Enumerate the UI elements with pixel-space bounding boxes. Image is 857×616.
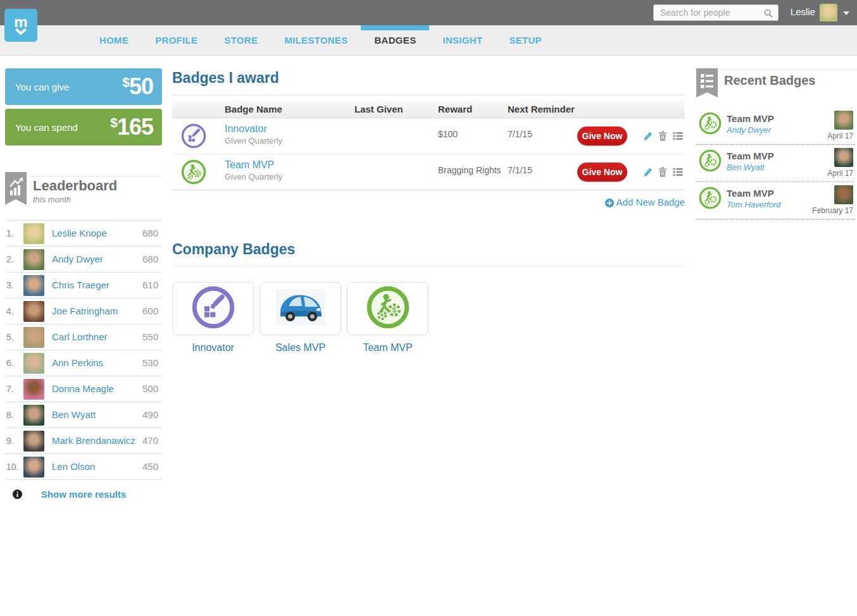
team-mvp-badge-icon: $: [366, 285, 410, 332]
badge-frequency: Given Quarterly: [225, 172, 282, 182]
sales-mvp-car-icon: [276, 289, 325, 328]
leaderboard-subtitle: this month: [33, 195, 162, 204]
tab-home[interactable]: HOME: [86, 25, 142, 55]
search-icon[interactable]: [763, 8, 773, 21]
give-balance-label: You can give: [15, 82, 69, 92]
give-now-button[interactable]: Give Now: [577, 126, 627, 145]
leaderboard-ribbon-icon: [5, 172, 27, 207]
top-bar: Leslie: [0, 0, 857, 25]
rank: 1.: [6, 228, 23, 238]
user-name[interactable]: Leslie: [791, 6, 815, 17]
search-input[interactable]: [654, 5, 778, 20]
person-link[interactable]: Andy Dwyer: [52, 254, 103, 264]
badge-card[interactable]: [260, 282, 341, 335]
avatar: [23, 301, 44, 322]
delete-trash-icon[interactable]: [658, 131, 667, 141]
tab-insight[interactable]: INSIGHT: [429, 25, 496, 55]
badge-name-link[interactable]: Innovator: [225, 123, 267, 135]
innovator-badge-icon: [191, 285, 235, 332]
person-link[interactable]: Leslie Knope: [52, 228, 107, 238]
logo-letter-m: m: [14, 16, 27, 28]
avatar: [23, 405, 44, 426]
divider: [172, 266, 685, 267]
table-row: Innovator Given Quarterly $100 7/1/15 Gi…: [172, 118, 685, 154]
recent-badges-sidebar: Recent Badges Team MVP Andy Dwyer: [696, 56, 854, 219]
rank: 9.: [6, 436, 23, 446]
info-icon[interactable]: [13, 490, 22, 502]
user-avatar[interactable]: [820, 4, 837, 22]
avatar: [23, 275, 44, 296]
company-badge-team-mvp: $ Team MVP: [347, 282, 428, 354]
row-actions: [643, 131, 683, 141]
nav-tabs: HOME PROFILE STORE MILESTONES BADGES INS…: [86, 25, 857, 55]
tab-store[interactable]: STORE: [211, 25, 271, 55]
score: 680: [142, 228, 158, 238]
tab-badges[interactable]: BADGES: [361, 25, 429, 55]
person-link[interactable]: Chris Traeger: [52, 280, 109, 290]
spend-currency: $: [110, 115, 117, 130]
score: 500: [142, 383, 158, 394]
score: 490: [142, 409, 158, 420]
chevron-down-icon[interactable]: [843, 11, 849, 15]
spend-value: 165: [117, 114, 153, 140]
table-header-row: Badge Name Last Given Reward Next Remind…: [172, 100, 685, 118]
score: 680: [142, 254, 158, 264]
person-link[interactable]: Andy Dwyer: [727, 125, 771, 135]
divider: [28, 176, 162, 176]
company-badges-title: Company Badges: [172, 208, 685, 258]
next-reminder-value: 7/1/15: [508, 129, 532, 139]
person-link[interactable]: Ann Perkins: [52, 357, 103, 368]
person-link[interactable]: Ben Wyatt: [52, 409, 96, 420]
badge-frequency: Given Quarterly: [225, 136, 282, 145]
badge-label-link[interactable]: Innovator: [192, 342, 234, 354]
add-new-badge: Add New Badge: [172, 197, 685, 208]
avatar: [23, 379, 44, 400]
team-mvp-badge-icon: $: [181, 159, 206, 187]
give-now-button[interactable]: Give Now: [577, 163, 627, 182]
edit-pencil-icon[interactable]: [643, 168, 653, 177]
score: 600: [142, 305, 158, 316]
score: 450: [142, 461, 158, 472]
person-link[interactable]: Mark Brendanawicz: [52, 435, 135, 446]
score: 530: [142, 357, 158, 368]
person-link[interactable]: Ben Wyatt: [727, 163, 765, 172]
person-link[interactable]: Joe Fatringham: [52, 305, 118, 316]
tab-profile[interactable]: PROFILE: [142, 25, 211, 55]
badge-name: Team MVP: [727, 151, 774, 161]
person-link[interactable]: Tom Haverford: [727, 200, 781, 209]
badge-card[interactable]: [172, 282, 254, 335]
badge-label-link[interactable]: Sales MVP: [275, 342, 325, 354]
table-row: $ Team MVP Given Quarterly Bragging Righ…: [172, 154, 685, 190]
leaderboard-row: 6. Ann Perkins 530: [5, 350, 162, 376]
person-link[interactable]: Len Olson: [52, 461, 95, 472]
leaderboard-row: 9. Mark Brendanawicz 470: [5, 428, 162, 454]
next-reminder-value: 7/1/15: [508, 165, 532, 175]
list-details-icon[interactable]: [673, 168, 683, 176]
leaderboard-row: 4. Joe Fatringham 600: [5, 299, 162, 324]
show-more-results-link[interactable]: Show more results: [5, 489, 162, 500]
person-link[interactable]: Donna Meagle: [52, 383, 114, 394]
badge-card[interactable]: $: [347, 282, 428, 335]
plus-circle-icon[interactable]: [605, 199, 614, 207]
company-badge-sales-mvp: Sales MVP: [260, 282, 341, 354]
avatar: [834, 111, 853, 130]
badge-label-link[interactable]: Team MVP: [363, 342, 412, 354]
app-logo[interactable]: m: [4, 9, 37, 42]
delete-trash-icon[interactable]: [658, 167, 667, 177]
row-actions: [643, 167, 683, 177]
recent-badges-title: Recent Badges: [724, 68, 854, 88]
badge-name-link[interactable]: Team MVP: [225, 159, 274, 171]
avatar: [834, 148, 853, 167]
edit-pencil-icon[interactable]: [643, 132, 653, 141]
reward-value: $100: [438, 129, 458, 139]
list-details-icon[interactable]: [673, 132, 683, 140]
reward-value: Bragging Rights: [438, 165, 501, 175]
person-link[interactable]: Carl Lorthner: [52, 331, 108, 342]
recent-badge-entry: Team MVP Ben Wyatt April 17: [696, 145, 854, 182]
tab-milestones[interactable]: MILESTONES: [271, 25, 361, 55]
avatar: [23, 223, 44, 244]
add-new-badge-link[interactable]: Add New Badge: [616, 197, 685, 207]
rank: 5.: [6, 332, 23, 342]
tab-setup[interactable]: SETUP: [496, 25, 555, 55]
leaderboard-row: 10. Len Olson 450: [5, 454, 162, 480]
